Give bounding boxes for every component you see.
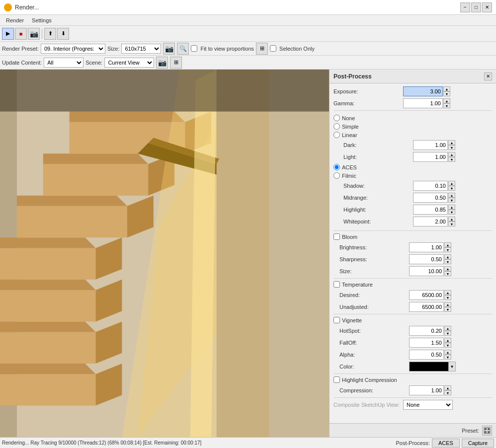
vignette-checkbox[interactable] [333, 317, 340, 323]
bloom-checkbox[interactable] [333, 233, 340, 240]
bloom-brightness-up[interactable]: ▲ [444, 242, 451, 247]
temperature-desired-up[interactable]: ▲ [444, 290, 451, 295]
filmic-whitepoint-input[interactable] [413, 217, 448, 226]
vignette-hotspot-input[interactable] [409, 326, 444, 336]
svg-rect-35 [488, 431, 490, 433]
postprocess-panel: Post-Process ✕ Exposure: ▲ ▼ [329, 70, 496, 437]
gamma-up[interactable]: ▲ [443, 98, 450, 103]
composite-select[interactable]: None [403, 400, 453, 410]
preset-icon-button[interactable] [482, 426, 492, 436]
size-select[interactable]: 610x715 [121, 44, 161, 54]
temperature-checkbox[interactable] [333, 281, 340, 288]
exposure-down[interactable]: ▼ [443, 91, 450, 96]
compression-down[interactable]: ▼ [444, 390, 451, 395]
fit-to-view-checkbox[interactable] [191, 45, 197, 52]
linear-light-up[interactable]: ▲ [448, 152, 455, 157]
filmic-midrange-up[interactable]: ▲ [448, 193, 455, 198]
filmic-highlight-up[interactable]: ▲ [448, 205, 455, 210]
filmic-whitepoint-up[interactable]: ▲ [448, 217, 455, 222]
menu-render[interactable]: Render [2, 16, 28, 24]
postprocess-close-button[interactable]: ✕ [484, 73, 492, 80]
gamma-input-wrap: ▲ ▼ [403, 98, 492, 108]
exposure-up[interactable]: ▲ [443, 86, 450, 91]
linear-dark-input[interactable] [413, 140, 448, 150]
view-icon-btn[interactable]: 🔍 [177, 43, 189, 55]
vignette-falloff-down[interactable]: ▼ [444, 343, 451, 348]
bloom-sharpness-down[interactable]: ▼ [444, 259, 451, 264]
filmic-midrange-input[interactable] [413, 193, 448, 203]
linear-dark-up[interactable]: ▲ [448, 140, 455, 145]
maximize-button[interactable]: □ [471, 2, 481, 12]
temperature-row: Temperature [330, 280, 496, 289]
selection-only-checkbox[interactable] [270, 45, 276, 52]
render-stop-button[interactable]: ■ [15, 28, 27, 40]
vignette-color-arrow[interactable]: ▼ [449, 362, 456, 372]
exposure-input[interactable] [403, 86, 443, 96]
vignette-alpha-up[interactable]: ▲ [444, 350, 451, 355]
render-preset-select[interactable]: 09. Interior (Progres: [41, 44, 105, 54]
bloom-brightness-row: Brightness: ▲▼ [339, 241, 496, 253]
render-status-text: Rendering... Ray Tracing 9/10000 (Thread… [2, 440, 394, 446]
tone-simple-radio[interactable] [333, 123, 340, 130]
temperature-unadjusted-up[interactable]: ▲ [444, 302, 451, 307]
vignette-alpha-down[interactable]: ▼ [444, 355, 451, 360]
camera-icon-btn[interactable]: 📷 [163, 43, 175, 55]
bloom-size-down[interactable]: ▼ [444, 271, 451, 276]
linear-dark-down[interactable]: ▼ [448, 145, 455, 150]
scene-select[interactable]: Current View [104, 58, 154, 68]
fit-icon-btn[interactable]: ⊞ [256, 43, 268, 55]
update-content-select[interactable]: All [44, 58, 83, 68]
capture-button[interactable]: Capture [462, 439, 494, 448]
compression-input[interactable] [409, 385, 444, 395]
tone-aces-radio[interactable] [333, 164, 340, 170]
minimize-button[interactable]: − [460, 2, 470, 12]
filmic-midrange-down[interactable]: ▼ [448, 198, 455, 203]
bloom-sharpness-input[interactable] [409, 254, 444, 264]
vignette-hotspot-up[interactable]: ▲ [444, 326, 451, 331]
tone-filmic-radio[interactable] [333, 172, 340, 179]
filmic-shadow-input[interactable] [413, 181, 448, 191]
temperature-desired-down[interactable]: ▼ [444, 295, 451, 300]
vignette-falloff-input[interactable] [409, 338, 444, 348]
temperature-unadjusted-input[interactable] [409, 302, 444, 312]
filmic-shadow-up[interactable]: ▲ [448, 181, 455, 186]
separator-2 [333, 230, 492, 231]
close-window-button[interactable]: ✕ [482, 2, 492, 12]
temperature-unadjusted-down[interactable]: ▼ [444, 307, 451, 312]
composite-row: Composite SketchUp View: None [330, 399, 496, 411]
fit-to-view-label: Fit to view proportions [200, 46, 254, 52]
vignette-color-swatch[interactable] [409, 362, 449, 372]
vignette-falloff-up[interactable]: ▲ [444, 338, 451, 343]
highlight-compression-checkbox[interactable] [333, 376, 340, 383]
svg-rect-24 [217, 70, 269, 437]
gamma-input[interactable] [403, 98, 443, 108]
vignette-hotspot-down[interactable]: ▼ [444, 331, 451, 336]
camera-button[interactable]: 📷 [28, 28, 40, 40]
temperature-desired-input[interactable] [409, 290, 444, 300]
scene-view-btn[interactable]: ⊞ [170, 57, 182, 69]
bloom-size-input[interactable] [409, 266, 444, 276]
menu-settings[interactable]: Settings [28, 16, 56, 24]
svg-marker-12 [0, 248, 96, 279]
filmic-highlight-input[interactable] [413, 205, 448, 215]
download-button[interactable]: ⬇ [57, 28, 69, 40]
bloom-brightness-down[interactable]: ▼ [444, 247, 451, 252]
vignette-alpha-input[interactable] [409, 350, 444, 360]
filmic-whitepoint-down[interactable]: ▼ [448, 222, 455, 226]
aces-button[interactable]: ACES [432, 439, 460, 448]
upload-button[interactable]: ⬆ [44, 28, 56, 40]
bloom-size-up[interactable]: ▲ [444, 266, 451, 271]
bloom-brightness-input[interactable] [409, 242, 444, 252]
tone-none-radio[interactable] [333, 115, 340, 121]
render-play-button[interactable]: ▶ [2, 28, 14, 40]
tone-linear-radio[interactable] [333, 132, 340, 138]
compression-up[interactable]: ▲ [444, 385, 451, 390]
filmic-shadow-down[interactable]: ▼ [448, 186, 455, 191]
linear-light-input[interactable] [413, 152, 448, 162]
bloom-sharpness-row: Sharpness: ▲▼ [339, 253, 496, 265]
bloom-sharpness-up[interactable]: ▲ [444, 254, 451, 259]
gamma-down[interactable]: ▼ [443, 103, 450, 108]
filmic-highlight-down[interactable]: ▼ [448, 210, 455, 215]
scene-camera-btn[interactable]: 📷 [156, 57, 168, 69]
linear-light-down[interactable]: ▼ [448, 157, 455, 162]
